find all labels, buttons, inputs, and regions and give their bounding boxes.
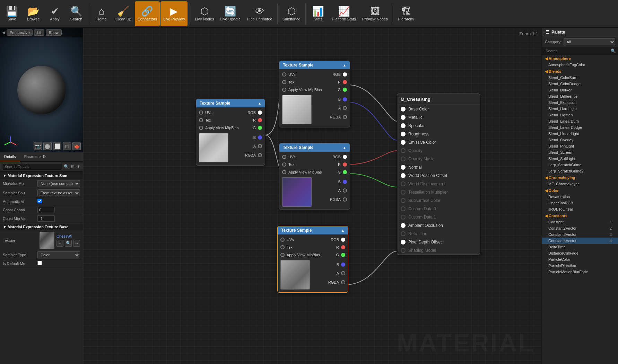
palette-item-mf-chromakeyer[interactable]: MF_Chromakeyer (542, 181, 618, 187)
pin-ts3-uvs-in[interactable] (282, 155, 286, 159)
teapot-icon[interactable]: 🫖 (72, 142, 81, 150)
palette-item-blend-overlay[interactable]: Blend_Overlay (542, 137, 618, 143)
palette-item-lerp-scratchgrime2[interactable]: Lerp_ScratchGrime2 (542, 168, 618, 174)
palette-item-particledirection[interactable]: ParticleDirection (542, 263, 618, 269)
pin-ts2-rgba-out[interactable] (343, 115, 347, 119)
node-editor[interactable]: Zoom 1:1 MATERIAL Texture Sample ▲ (83, 28, 542, 364)
pin-ts1-g-out[interactable] (258, 126, 262, 130)
section-mat-expr-base[interactable]: ▼ Material Expression Texture Base (0, 223, 83, 230)
mipvalue-select[interactable]: None (use computer (37, 180, 80, 187)
palette-item-blend-hardlight[interactable]: Blend_HardLight (542, 106, 618, 112)
pin-mck-customdata0[interactable] (401, 206, 406, 211)
node-ts4-arrow[interactable]: ▲ (341, 229, 345, 232)
liveupdate-button[interactable]: 🔄 Live Update (218, 1, 244, 26)
lit-button[interactable]: Lit (34, 29, 44, 36)
palette-item-blend-lineardodge[interactable]: Blend_LinearDodge (542, 124, 618, 131)
pin-mck-emissive[interactable] (401, 140, 406, 145)
palette-item-blend-darken[interactable]: Blend_Darken (542, 87, 618, 93)
pin-mck-basecolor[interactable] (401, 107, 406, 112)
palette-item-constant[interactable]: Constant 1 (542, 219, 618, 225)
sphere-icon[interactable]: ⬤ (43, 142, 52, 150)
pin-mck-metallic[interactable] (401, 115, 406, 120)
tab-details[interactable]: Details (0, 152, 20, 161)
palette-group-blends[interactable]: ◀ Blends (542, 68, 618, 74)
cleanup-button[interactable]: 🧹 Clean Up (113, 1, 134, 26)
arrow-left-icon[interactable]: ← (56, 240, 63, 247)
pin-ts1-mip-in[interactable] (199, 126, 203, 130)
previewnodes-button[interactable]: 🖼 Preview Nodes (359, 1, 391, 26)
pin-mck-pixeldepth[interactable] (401, 240, 406, 245)
pin-ts1-a-out[interactable] (258, 144, 262, 148)
palette-item-blend-linearlight[interactable]: Blend_LinearLight (542, 131, 618, 137)
pin-ts1-rgb-out[interactable] (258, 110, 262, 115)
pin-ts4-a-out[interactable] (341, 271, 345, 275)
pin-ts3-tex-in[interactable] (282, 162, 286, 167)
plane-icon[interactable]: ⬜ (53, 142, 61, 150)
pin-ts2-uvs-in[interactable] (282, 72, 286, 77)
palette-group-color[interactable]: ◀ Color (542, 187, 618, 194)
pin-ts3-a-out[interactable] (343, 188, 347, 193)
palette-item-distancecullfade[interactable]: DistanceCullFade (542, 250, 618, 256)
palette-item-particlecolor[interactable]: ParticleColor (542, 256, 618, 263)
pin-mck-normal[interactable] (401, 165, 406, 170)
pin-mck-worlddisp[interactable] (401, 181, 406, 186)
pin-ts3-rgba-out[interactable] (343, 197, 347, 202)
pin-ts2-rgb-out[interactable] (343, 72, 347, 77)
pin-ts3-mip-in[interactable] (282, 170, 286, 174)
pin-ts4-g-out[interactable] (341, 253, 345, 257)
node-mck[interactable]: M_ChessKing Base Color Metallic Specular… (397, 94, 480, 255)
apply-button[interactable]: ✔ Apply (44, 1, 65, 26)
connectors-button[interactable]: 🔗 Connectors (135, 1, 160, 26)
cube-icon[interactable]: ◻ (63, 142, 71, 150)
node-ts1[interactable]: Texture Sample ▲ UVs RGB Tex R (196, 99, 265, 166)
pin-mck-refraction[interactable] (401, 231, 406, 236)
pin-ts4-r-out[interactable] (341, 245, 345, 249)
pin-ts2-a-out[interactable] (343, 106, 347, 110)
stats-button[interactable]: 📊 Stats (308, 1, 329, 26)
palette-item-desaturation[interactable]: Desaturation (542, 194, 618, 200)
palette-item-blend-screen[interactable]: Blend_Screen (542, 149, 618, 156)
search-texture-icon[interactable]: 🔍 (65, 240, 72, 247)
const-coord-input[interactable] (37, 207, 55, 213)
palette-item-particlemotionblurfade[interactable]: ParticleMotionBlurFade (542, 269, 618, 275)
pin-mck-specular[interactable] (401, 123, 406, 128)
sampler-select[interactable]: From texture asset (37, 189, 80, 196)
node-ts4[interactable]: Texture Sample ▲ UVs RGB Tex R (277, 226, 348, 293)
grid-icon[interactable]: ⊞ (71, 164, 75, 169)
palette-item-deltatime[interactable]: DeltaTime (542, 244, 618, 250)
tab-parameter[interactable]: Parameter D (20, 152, 50, 161)
livenodes-button[interactable]: ⬡ Live Nodes (192, 1, 217, 26)
pin-ts2-r-out[interactable] (343, 80, 347, 84)
perspective-button[interactable]: Perspective (7, 29, 33, 36)
pin-mck-roughness[interactable] (401, 132, 406, 136)
pin-mck-subsurface[interactable] (401, 198, 406, 203)
pin-ts3-b-out[interactable] (343, 180, 347, 184)
hideunrelated-button[interactable]: 👁 Hide Unrelated (244, 1, 275, 26)
palette-group-chromakeying[interactable]: ◀ Chromakeying (542, 174, 618, 181)
pin-ts1-tex-in[interactable] (199, 118, 203, 122)
pin-ts3-r-out[interactable] (343, 162, 347, 167)
pin-mck-worldpos[interactable] (401, 173, 406, 178)
palette-item-blend-softlight[interactable]: Blend_SoftLight (542, 156, 618, 162)
home-button[interactable]: ⌂ Home (91, 1, 112, 26)
palette-item-atmosphericfogcolor[interactable]: AtmosphericFogColor (542, 62, 618, 68)
palette-item-constant2vector[interactable]: Constant2Vector 2 (542, 225, 618, 231)
search-button[interactable]: 🔍 Search (66, 1, 87, 26)
sampler-type-select[interactable]: Color (37, 251, 80, 258)
node-ts3[interactable]: Texture Sample ▲ UVs RGB Tex R (279, 143, 350, 210)
livepreview-button[interactable]: ▶ Live Preview (160, 1, 188, 26)
palette-search-input[interactable] (544, 47, 611, 55)
palette-item-blend-linearburn[interactable]: Blend_LinearBurn (542, 118, 618, 124)
pin-ts4-b-out[interactable] (341, 263, 345, 267)
pin-ts3-g-out[interactable] (343, 170, 347, 174)
palette-item-srgbtolinear[interactable]: sRGBToLinear (542, 206, 618, 212)
isdefault-checkbox[interactable] (37, 261, 42, 265)
node-ts2[interactable]: Texture Sample ▲ UVs RGB Tex R (279, 61, 350, 127)
camera-icon[interactable]: 📷 (34, 142, 42, 150)
pin-ts4-mip-in[interactable] (280, 253, 285, 257)
pin-ts2-mip-in[interactable] (282, 88, 286, 92)
pin-ts1-r-out[interactable] (258, 118, 262, 122)
pin-ts3-rgb-out[interactable] (343, 155, 347, 159)
automatic-view-checkbox[interactable] (37, 199, 42, 203)
details-search-input[interactable] (2, 163, 62, 170)
